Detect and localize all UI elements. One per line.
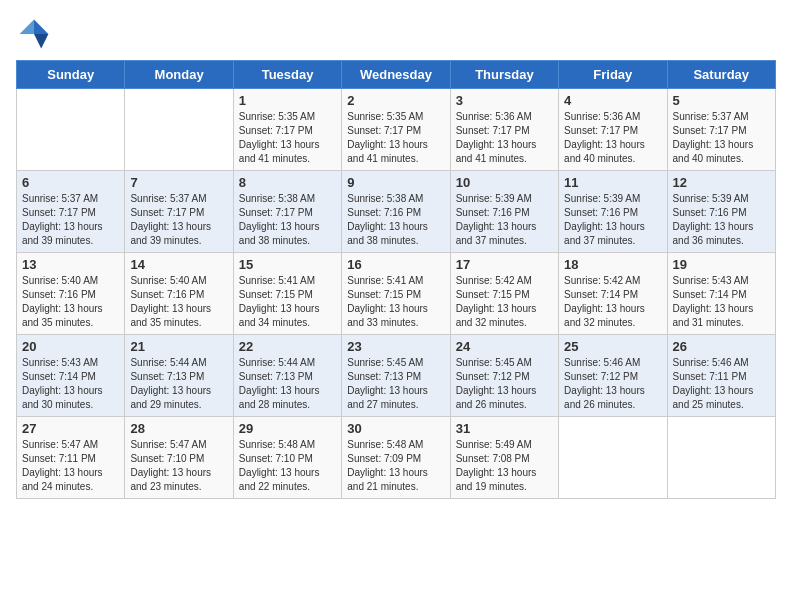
day-number: 16 xyxy=(347,257,444,272)
day-number: 5 xyxy=(673,93,770,108)
calendar-cell: 17Sunrise: 5:42 AM Sunset: 7:15 PM Dayli… xyxy=(450,253,558,335)
calendar-cell: 19Sunrise: 5:43 AM Sunset: 7:14 PM Dayli… xyxy=(667,253,775,335)
day-detail: Sunrise: 5:37 AM Sunset: 7:17 PM Dayligh… xyxy=(673,110,770,166)
weekday-header-wednesday: Wednesday xyxy=(342,61,450,89)
day-detail: Sunrise: 5:49 AM Sunset: 7:08 PM Dayligh… xyxy=(456,438,553,494)
calendar-week-2: 6Sunrise: 5:37 AM Sunset: 7:17 PM Daylig… xyxy=(17,171,776,253)
day-detail: Sunrise: 5:48 AM Sunset: 7:10 PM Dayligh… xyxy=(239,438,336,494)
calendar-body: 1Sunrise: 5:35 AM Sunset: 7:17 PM Daylig… xyxy=(17,89,776,499)
day-number: 27 xyxy=(22,421,119,436)
calendar-cell: 1Sunrise: 5:35 AM Sunset: 7:17 PM Daylig… xyxy=(233,89,341,171)
day-number: 7 xyxy=(130,175,227,190)
weekday-header-friday: Friday xyxy=(559,61,667,89)
day-detail: Sunrise: 5:36 AM Sunset: 7:17 PM Dayligh… xyxy=(456,110,553,166)
day-detail: Sunrise: 5:35 AM Sunset: 7:17 PM Dayligh… xyxy=(347,110,444,166)
day-number: 31 xyxy=(456,421,553,436)
header xyxy=(16,16,776,52)
day-number: 6 xyxy=(22,175,119,190)
calendar-week-3: 13Sunrise: 5:40 AM Sunset: 7:16 PM Dayli… xyxy=(17,253,776,335)
day-number: 10 xyxy=(456,175,553,190)
day-number: 20 xyxy=(22,339,119,354)
weekday-header-tuesday: Tuesday xyxy=(233,61,341,89)
day-number: 4 xyxy=(564,93,661,108)
calendar-cell: 25Sunrise: 5:46 AM Sunset: 7:12 PM Dayli… xyxy=(559,335,667,417)
day-detail: Sunrise: 5:45 AM Sunset: 7:12 PM Dayligh… xyxy=(456,356,553,412)
calendar-cell: 10Sunrise: 5:39 AM Sunset: 7:16 PM Dayli… xyxy=(450,171,558,253)
calendar-cell: 8Sunrise: 5:38 AM Sunset: 7:17 PM Daylig… xyxy=(233,171,341,253)
calendar-week-4: 20Sunrise: 5:43 AM Sunset: 7:14 PM Dayli… xyxy=(17,335,776,417)
day-number: 25 xyxy=(564,339,661,354)
day-number: 14 xyxy=(130,257,227,272)
calendar-cell: 16Sunrise: 5:41 AM Sunset: 7:15 PM Dayli… xyxy=(342,253,450,335)
day-detail: Sunrise: 5:38 AM Sunset: 7:16 PM Dayligh… xyxy=(347,192,444,248)
weekday-header-sunday: Sunday xyxy=(17,61,125,89)
calendar-cell: 28Sunrise: 5:47 AM Sunset: 7:10 PM Dayli… xyxy=(125,417,233,499)
weekday-header-monday: Monday xyxy=(125,61,233,89)
calendar-cell: 4Sunrise: 5:36 AM Sunset: 7:17 PM Daylig… xyxy=(559,89,667,171)
day-detail: Sunrise: 5:41 AM Sunset: 7:15 PM Dayligh… xyxy=(347,274,444,330)
calendar-cell: 13Sunrise: 5:40 AM Sunset: 7:16 PM Dayli… xyxy=(17,253,125,335)
calendar-cell xyxy=(125,89,233,171)
day-detail: Sunrise: 5:43 AM Sunset: 7:14 PM Dayligh… xyxy=(673,274,770,330)
day-number: 13 xyxy=(22,257,119,272)
calendar-cell: 26Sunrise: 5:46 AM Sunset: 7:11 PM Dayli… xyxy=(667,335,775,417)
calendar-cell: 21Sunrise: 5:44 AM Sunset: 7:13 PM Dayli… xyxy=(125,335,233,417)
calendar-cell xyxy=(17,89,125,171)
day-detail: Sunrise: 5:37 AM Sunset: 7:17 PM Dayligh… xyxy=(22,192,119,248)
calendar-cell: 2Sunrise: 5:35 AM Sunset: 7:17 PM Daylig… xyxy=(342,89,450,171)
day-number: 23 xyxy=(347,339,444,354)
day-number: 19 xyxy=(673,257,770,272)
weekday-header-saturday: Saturday xyxy=(667,61,775,89)
day-detail: Sunrise: 5:39 AM Sunset: 7:16 PM Dayligh… xyxy=(564,192,661,248)
day-detail: Sunrise: 5:45 AM Sunset: 7:13 PM Dayligh… xyxy=(347,356,444,412)
calendar-cell: 23Sunrise: 5:45 AM Sunset: 7:13 PM Dayli… xyxy=(342,335,450,417)
calendar-cell: 7Sunrise: 5:37 AM Sunset: 7:17 PM Daylig… xyxy=(125,171,233,253)
calendar-cell: 6Sunrise: 5:37 AM Sunset: 7:17 PM Daylig… xyxy=(17,171,125,253)
day-number: 28 xyxy=(130,421,227,436)
day-number: 1 xyxy=(239,93,336,108)
day-number: 29 xyxy=(239,421,336,436)
calendar-cell: 12Sunrise: 5:39 AM Sunset: 7:16 PM Dayli… xyxy=(667,171,775,253)
calendar-cell: 14Sunrise: 5:40 AM Sunset: 7:16 PM Dayli… xyxy=(125,253,233,335)
day-detail: Sunrise: 5:47 AM Sunset: 7:11 PM Dayligh… xyxy=(22,438,119,494)
calendar-cell: 5Sunrise: 5:37 AM Sunset: 7:17 PM Daylig… xyxy=(667,89,775,171)
day-number: 8 xyxy=(239,175,336,190)
logo xyxy=(16,16,56,52)
logo-icon xyxy=(16,16,52,52)
day-number: 21 xyxy=(130,339,227,354)
calendar-cell: 3Sunrise: 5:36 AM Sunset: 7:17 PM Daylig… xyxy=(450,89,558,171)
svg-marker-1 xyxy=(34,34,48,48)
day-number: 11 xyxy=(564,175,661,190)
day-number: 24 xyxy=(456,339,553,354)
day-detail: Sunrise: 5:42 AM Sunset: 7:14 PM Dayligh… xyxy=(564,274,661,330)
calendar-cell xyxy=(559,417,667,499)
day-detail: Sunrise: 5:39 AM Sunset: 7:16 PM Dayligh… xyxy=(673,192,770,248)
day-detail: Sunrise: 5:44 AM Sunset: 7:13 PM Dayligh… xyxy=(130,356,227,412)
day-detail: Sunrise: 5:42 AM Sunset: 7:15 PM Dayligh… xyxy=(456,274,553,330)
calendar-cell: 30Sunrise: 5:48 AM Sunset: 7:09 PM Dayli… xyxy=(342,417,450,499)
day-number: 18 xyxy=(564,257,661,272)
weekday-header-row: SundayMondayTuesdayWednesdayThursdayFrid… xyxy=(17,61,776,89)
day-detail: Sunrise: 5:43 AM Sunset: 7:14 PM Dayligh… xyxy=(22,356,119,412)
day-number: 12 xyxy=(673,175,770,190)
calendar-table: SundayMondayTuesdayWednesdayThursdayFrid… xyxy=(16,60,776,499)
svg-marker-0 xyxy=(34,20,48,34)
weekday-header-thursday: Thursday xyxy=(450,61,558,89)
day-number: 2 xyxy=(347,93,444,108)
day-detail: Sunrise: 5:40 AM Sunset: 7:16 PM Dayligh… xyxy=(22,274,119,330)
calendar-cell xyxy=(667,417,775,499)
day-detail: Sunrise: 5:40 AM Sunset: 7:16 PM Dayligh… xyxy=(130,274,227,330)
calendar-cell: 31Sunrise: 5:49 AM Sunset: 7:08 PM Dayli… xyxy=(450,417,558,499)
day-detail: Sunrise: 5:36 AM Sunset: 7:17 PM Dayligh… xyxy=(564,110,661,166)
day-detail: Sunrise: 5:44 AM Sunset: 7:13 PM Dayligh… xyxy=(239,356,336,412)
calendar-cell: 27Sunrise: 5:47 AM Sunset: 7:11 PM Dayli… xyxy=(17,417,125,499)
day-detail: Sunrise: 5:48 AM Sunset: 7:09 PM Dayligh… xyxy=(347,438,444,494)
day-number: 3 xyxy=(456,93,553,108)
calendar-header: SundayMondayTuesdayWednesdayThursdayFrid… xyxy=(17,61,776,89)
day-number: 15 xyxy=(239,257,336,272)
calendar-week-5: 27Sunrise: 5:47 AM Sunset: 7:11 PM Dayli… xyxy=(17,417,776,499)
day-detail: Sunrise: 5:41 AM Sunset: 7:15 PM Dayligh… xyxy=(239,274,336,330)
calendar-cell: 9Sunrise: 5:38 AM Sunset: 7:16 PM Daylig… xyxy=(342,171,450,253)
calendar-cell: 24Sunrise: 5:45 AM Sunset: 7:12 PM Dayli… xyxy=(450,335,558,417)
calendar-cell: 29Sunrise: 5:48 AM Sunset: 7:10 PM Dayli… xyxy=(233,417,341,499)
